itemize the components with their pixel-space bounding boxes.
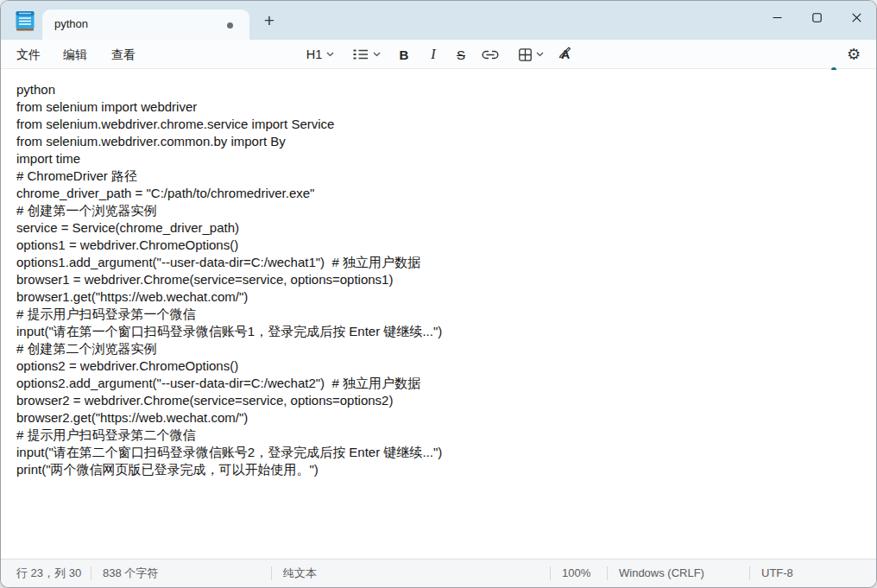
editor-line: # 提示用户扫码登录第一个微信 (16, 306, 861, 323)
cursor-position: 行 23，列 30 (16, 560, 81, 587)
statusbar-separator (749, 566, 750, 580)
chevron-down-icon (373, 52, 381, 57)
heading-style-button[interactable]: H1 (298, 42, 343, 66)
encoding: UTF-8 (761, 560, 793, 587)
tab-title: python (54, 17, 88, 30)
gear-icon: ⚙ (847, 45, 861, 64)
editor-line: chrome_driver_path = "C:/path/to/chromed… (16, 185, 861, 202)
editor-line: from selenium import webdriver (16, 98, 861, 116)
editor-line: options1 = webdriver.ChromeOptions() (16, 237, 861, 254)
editor-line: input("请在第一个窗口扫码登录微信账号1，登录完成后按 Enter 键继续… (16, 323, 861, 340)
editor-line: browser2 = webdriver.Chrome(service=serv… (16, 392, 861, 409)
clear-formatting-button[interactable]: A (552, 42, 579, 66)
editor-line: # 创建第一个浏览器实例 (16, 202, 861, 219)
link-button[interactable] (476, 42, 505, 66)
editor-line: options2.add_argument("--user-data-dir=C… (16, 375, 861, 392)
bold-icon: B (400, 47, 409, 62)
editor-line: # 创建第二个浏览器实例 (16, 340, 861, 357)
command-bar: 文件 编辑 查看 H1 B I S (1, 40, 876, 69)
statusbar-separator (607, 566, 608, 580)
unsaved-indicator-dot (227, 22, 233, 28)
table-icon (519, 48, 532, 61)
line-endings: Windows (CRLF) (619, 560, 704, 587)
bold-button[interactable]: B (391, 42, 417, 66)
editor-line: print("两个微信网页版已登录完成，可以开始使用。") (16, 461, 861, 478)
editor-line: # ChromeDriver 路径 (16, 168, 861, 185)
new-tab-button[interactable]: + (256, 8, 282, 34)
tab-python[interactable]: python (42, 9, 249, 40)
statusbar-separator (550, 566, 551, 580)
editor-line: import time (16, 150, 861, 168)
editor-line: python (16, 81, 861, 98)
char-count: 838 个字符 (103, 560, 158, 587)
close-icon (852, 13, 861, 22)
italic-icon: I (431, 47, 435, 62)
notepad-app-icon (15, 9, 35, 32)
maximize-button[interactable] (797, 1, 836, 34)
status-bar: 行 23，列 30 838 个字符 纯文本 100% Windows (CRLF… (1, 559, 876, 587)
link-icon (482, 50, 499, 60)
statusbar-separator (271, 566, 272, 580)
editor-line: options1.add_argument("--user-data-dir=C… (16, 254, 861, 271)
editor-line: from selenium.webdriver.common.by import… (16, 133, 861, 150)
chevron-down-icon (536, 52, 544, 57)
text-editor[interactable]: python from selenium import webdriver fr… (1, 70, 876, 559)
plus-icon: + (264, 10, 274, 30)
strikethrough-button[interactable]: S (448, 42, 474, 66)
menu-edit[interactable]: 编辑 (58, 40, 92, 69)
table-button[interactable] (508, 42, 553, 66)
titlebar: python + (1, 1, 876, 40)
maximize-icon (812, 13, 822, 22)
strikethrough-icon: S (457, 47, 465, 62)
document-type: 纯文本 (283, 560, 317, 587)
editor-line: browser2.get("https://web.wechat.com/") (16, 409, 861, 427)
editor-line: browser1.get("https://web.wechat.com/") (16, 288, 861, 306)
statusbar-separator (91, 566, 91, 580)
editor-line: # 提示用户扫码登录第二个微信 (16, 427, 861, 444)
list-style-button[interactable] (344, 42, 389, 66)
window-controls (757, 1, 876, 35)
chevron-down-icon (326, 52, 334, 57)
minimize-icon (773, 13, 782, 22)
minimize-button[interactable] (757, 1, 797, 34)
close-button[interactable] (836, 1, 876, 34)
notepad-window: python + 文件 编辑 查看 H1 (0, 0, 877, 588)
zoom-level: 100% (562, 560, 590, 587)
editor-line: input("请在第二个窗口扫码登录微信账号2，登录完成后按 Enter 键继续… (16, 444, 861, 461)
editor-line: options2 = webdriver.ChromeOptions() (16, 357, 861, 375)
settings-button[interactable]: ⚙ (840, 42, 868, 66)
editor-line: service = Service(chrome_driver_path) (16, 219, 861, 237)
bulleted-list-icon (353, 48, 369, 60)
editor-line: browser1 = webdriver.Chrome(service=serv… (16, 271, 861, 288)
menu-view[interactable]: 查看 (106, 40, 141, 69)
menu-file[interactable]: 文件 (11, 40, 46, 69)
italic-button[interactable]: I (420, 42, 446, 66)
editor-line: from selenium.webdriver.chrome.service i… (16, 116, 861, 133)
